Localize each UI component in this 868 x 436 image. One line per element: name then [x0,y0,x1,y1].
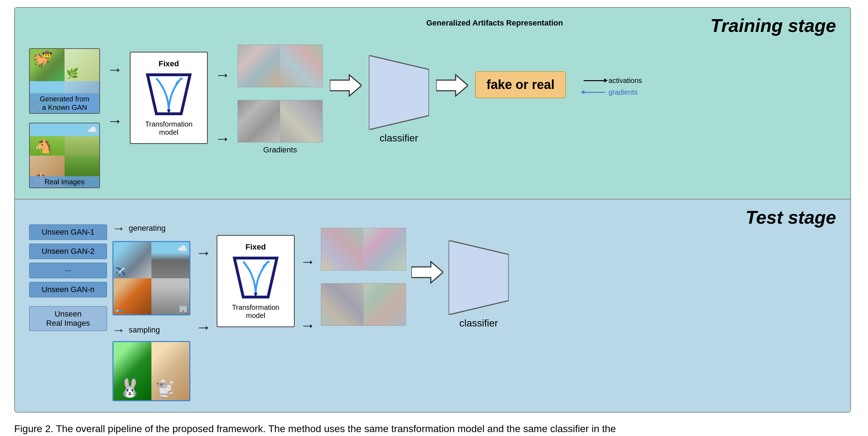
gradients-label: Gradients [263,145,297,155]
artifact-half-6 [280,100,322,142]
sampling-label: sampling [129,325,160,335]
generated-collage: ✈️ ☁️ 🛏️ 🏢 [112,241,190,315]
gan-label-dots: ··· [65,266,71,275]
test-funnel-svg [231,255,280,301]
arrow-artifact-bottom: → [215,130,230,147]
gan-box-n: Unseen GAN-n [29,282,107,297]
real-horse-image [30,123,65,156]
input-arrows: → → [107,61,123,130]
test-classifier-svg [449,240,509,315]
test-artifact-half-2 [363,228,406,270]
arrow-top: → [107,61,123,78]
gan-box-1: Unseen GAN-1 [29,224,107,240]
test-stage-title: Test stage [746,207,836,228]
svg-marker-2 [330,75,362,96]
test-artifact-panel [321,228,406,326]
test-artifact-half-1 [321,228,363,270]
photo-clouds: ☁️ [151,242,189,278]
svg-marker-4 [436,75,468,96]
gan-label-n: Unseen GAN-n [41,285,94,294]
legend: activations gradients [584,77,642,96]
photo-dog [151,342,189,400]
arrow-test-artifact-top: → [300,253,316,270]
artifacts-label: Generalized Artifacts Representation [426,18,563,28]
activations-label: activations [608,77,642,85]
arrow-bottom: → [107,112,123,130]
gan-image-box: 🌿 🐎 Generated from a Known GAN [29,48,100,114]
test-fat-arrow-svg [411,260,443,285]
output-arrow-wrapper [436,73,468,99]
gan-box-real: Unseen Real Images [29,306,107,331]
real-image-label: Real Images [30,176,99,188]
artifact-tile-1 [238,45,323,87]
test-artifact-half-4 [363,284,406,325]
real-landscape-image: ☁️ [65,123,99,156]
gan-box-2: Unseen GAN-2 [29,244,107,259]
artifact-tile-2 [238,100,323,142]
funnel-svg [144,71,194,117]
gan-list: Unseen GAN-1 Unseen GAN-2 ··· Unseen GAN… [29,224,107,331]
real-image-box: ☁️ 🐴 Real Images [29,123,100,188]
arrow-artifact-top: → [215,66,230,84]
svg-marker-3 [369,55,429,130]
generating-label: generating [129,224,166,233]
artifact-panel: Gradients [238,45,323,157]
test-transform-arrows: → → [300,253,316,334]
test-input-arrows: → → [196,244,211,336]
arrow-bottom-test: → [196,318,211,336]
output-wrapper: fake or real [475,71,566,98]
training-stage: Training stage Generalized Artifacts Rep… [15,8,850,199]
transform-title: Fixed [158,59,179,68]
arrow-top-test: → [196,244,211,262]
activations-arrow [584,80,605,81]
arrow-test-artifact-bottom: → [300,317,316,334]
test-artifact-tile-2 [321,283,406,326]
transform-subtitle: Transformation model [145,120,193,136]
legend-gradients: gradients [584,88,642,96]
test-transform-box: Fixed Transformation model [217,235,295,327]
arrow-gen: → [112,221,125,236]
generating-row: → generating [112,221,190,236]
svg-marker-7 [411,262,443,283]
test-artifact-tile-1 [321,228,406,270]
test-classifier-label: classifier [460,318,498,329]
artifact-half-5 [238,100,280,142]
transform-arrows: → → [215,66,230,147]
test-artifact-half-3 [321,284,363,325]
photo-room: 🛏️ [113,278,151,314]
gan-label-1: Unseen GAN-1 [41,228,94,236]
test-fat-arrow-wrapper [411,260,443,286]
photo-plane: ✈️ [113,242,151,278]
gan-box-dots: ··· [29,263,107,278]
legend-activations: activations [584,77,642,85]
classifier-wrapper: classifier [369,55,429,144]
classifier-label: classifier [380,133,418,144]
input-images: 🌿 🐎 Generated from a Known GAN [29,48,100,188]
fat-arrow-wrapper [330,73,362,99]
photo-building: 🏢 [151,278,189,314]
fence-image: 🌿 [65,49,99,81]
gan-label-real: Unseen Real Images [46,309,90,328]
real-collage [112,341,190,401]
artifact-half-1 [238,45,280,87]
test-transform-title: Fixed [245,242,266,252]
transform-box: Fixed Transformation model [130,52,208,144]
arrow-samp: → [112,323,125,337]
photo-rabbit [113,342,151,400]
test-classifier-wrapper: classifier [449,240,509,329]
diagram-container: Training stage Generalized Artifacts Rep… [14,7,851,413]
test-transform-subtitle: Transformation model [232,303,279,320]
gradients-arrow [584,92,605,93]
classifier-svg [369,55,429,130]
gen-samp-section: → generating ✈️ ☁️ 🛏️ 🏢 [112,221,190,401]
output-arrow-svg [436,73,468,98]
gradients-label-text: gradients [608,88,638,96]
gan-image-label: Generated from a Known GAN [30,93,99,113]
gan-label-2: Unseen GAN-2 [41,247,94,256]
fat-arrow-svg [330,73,362,98]
svg-marker-8 [449,240,509,315]
caption: Figure 2. The overall pipeline of the pr… [14,421,830,436]
horse-ride-image [30,49,65,81]
training-stage-title: Training stage [711,15,836,36]
output-box: fake or real [475,71,566,98]
